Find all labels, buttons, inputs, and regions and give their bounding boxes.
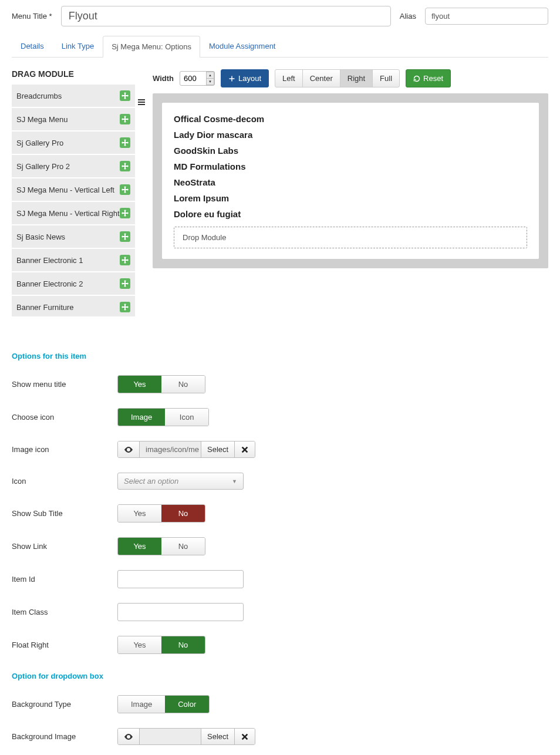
toggle-image[interactable]: Image bbox=[118, 696, 165, 713]
preview-line: Lady Dior mascara bbox=[174, 127, 527, 143]
item-id-label: Item Id bbox=[12, 575, 117, 584]
module-item[interactable]: SJ Mega Menu - Vertical Left bbox=[12, 178, 135, 202]
preview-line: MD Formulations bbox=[174, 159, 527, 174]
toggle-yes[interactable]: Yes bbox=[118, 376, 161, 393]
tab-link-type[interactable]: Link Type bbox=[53, 35, 103, 57]
module-item-label: Banner Electronic 2 bbox=[16, 279, 120, 288]
module-item[interactable]: SJ Mega Menu bbox=[12, 108, 135, 132]
width-spin-down[interactable]: ▼ bbox=[206, 78, 214, 85]
module-item-label: Banner Furniture bbox=[16, 303, 120, 312]
preview-line: Dolore eu fugiat bbox=[174, 206, 527, 222]
eye-icon bbox=[124, 447, 133, 453]
preview-eye-button[interactable] bbox=[118, 729, 140, 744]
toggle-no[interactable]: No bbox=[161, 636, 205, 653]
choose-icon-label: Choose icon bbox=[12, 413, 117, 422]
show-sub-title-toggle[interactable]: Yes No bbox=[117, 504, 205, 523]
toggle-yes[interactable]: Yes bbox=[118, 538, 161, 555]
image-path-display: images/icon/me bbox=[140, 441, 201, 457]
preview-eye-button[interactable] bbox=[118, 441, 140, 457]
bg-image-label: Background Image bbox=[12, 732, 117, 741]
preview-box: Offical Cosme-decomLady Dior mascaraGood… bbox=[153, 93, 548, 268]
show-sub-title-label: Show Sub Title bbox=[12, 509, 117, 518]
module-item[interactable]: Banner Electronic 2 bbox=[12, 272, 135, 296]
menu-title-label: Menu Title * bbox=[12, 12, 52, 21]
toggle-color[interactable]: Color bbox=[165, 696, 209, 713]
clear-image-button[interactable] bbox=[235, 441, 255, 457]
icon-select[interactable]: Select an option ▼ bbox=[117, 473, 244, 490]
move-icon[interactable] bbox=[120, 137, 130, 148]
show-menu-title-label: Show menu title bbox=[12, 380, 117, 389]
hamburger-icon[interactable] bbox=[138, 99, 145, 105]
move-icon[interactable] bbox=[120, 161, 130, 171]
layout-button[interactable]: Layout bbox=[221, 69, 269, 87]
move-icon[interactable] bbox=[120, 208, 130, 218]
move-icon[interactable] bbox=[120, 184, 130, 195]
toggle-no[interactable]: No bbox=[161, 376, 205, 393]
tabs: Details Link Type Sj Mega Menu: Options … bbox=[12, 35, 548, 58]
toggle-no[interactable]: No bbox=[161, 538, 205, 555]
item-class-input[interactable] bbox=[117, 603, 244, 621]
drop-zone[interactable]: Drop Module bbox=[174, 227, 527, 248]
toggle-yes[interactable]: Yes bbox=[118, 636, 161, 653]
select-image-button[interactable]: Select bbox=[201, 441, 235, 457]
toggle-yes[interactable]: Yes bbox=[118, 505, 161, 522]
close-icon bbox=[241, 446, 249, 454]
module-item[interactable]: Banner Furniture bbox=[12, 296, 135, 316]
move-icon[interactable] bbox=[120, 278, 130, 289]
module-item-label: Sj Gallery Pro bbox=[16, 139, 120, 147]
show-menu-title-toggle[interactable]: Yes No bbox=[117, 375, 205, 393]
tab-options[interactable]: Sj Mega Menu: Options bbox=[103, 36, 200, 58]
tab-module-assignment[interactable]: Module Assignment bbox=[200, 35, 284, 57]
show-link-toggle[interactable]: Yes No bbox=[117, 537, 205, 555]
move-icon[interactable] bbox=[120, 114, 130, 124]
image-icon-group: images/icon/me Select bbox=[117, 441, 255, 458]
select-bg-image-button[interactable]: Select bbox=[201, 729, 235, 744]
close-icon bbox=[241, 733, 249, 741]
move-icon[interactable] bbox=[120, 90, 130, 101]
tab-details[interactable]: Details bbox=[12, 35, 53, 57]
move-icon[interactable] bbox=[120, 255, 130, 265]
module-list[interactable]: BreadcrumbsSJ Mega MenuSj Gallery ProSj … bbox=[12, 85, 135, 316]
module-item-label: Sj Basic News bbox=[16, 232, 120, 241]
module-item[interactable]: Breadcrumbs bbox=[12, 85, 135, 108]
icon-label: Icon bbox=[12, 477, 117, 486]
align-right[interactable]: Right bbox=[340, 69, 373, 87]
menu-title-input[interactable] bbox=[61, 6, 391, 26]
item-id-input[interactable] bbox=[117, 570, 244, 588]
float-right-toggle[interactable]: Yes No bbox=[117, 636, 205, 654]
move-icon[interactable] bbox=[120, 231, 130, 242]
alias-label: Alias bbox=[400, 12, 416, 21]
bg-type-toggle[interactable]: Image Color bbox=[117, 695, 210, 713]
toggle-no[interactable]: No bbox=[161, 505, 205, 522]
module-item[interactable]: SJ Mega Menu - Vertical Right bbox=[12, 202, 135, 225]
width-label: Width bbox=[153, 74, 174, 83]
refresh-icon bbox=[413, 75, 420, 82]
preview-line: Offical Cosme-decom bbox=[174, 111, 527, 127]
module-item[interactable]: Sj Gallery Pro 2 bbox=[12, 155, 135, 178]
preview-line: NeoStrata bbox=[174, 174, 527, 190]
item-class-label: Item Class bbox=[12, 608, 117, 616]
module-item-label: SJ Mega Menu - Vertical Right bbox=[16, 209, 120, 218]
toggle-image[interactable]: Image bbox=[118, 409, 165, 426]
align-center[interactable]: Center bbox=[302, 69, 340, 87]
module-item[interactable]: Sj Basic News bbox=[12, 225, 135, 249]
module-item[interactable]: Sj Gallery Pro bbox=[12, 132, 135, 155]
alias-input[interactable] bbox=[425, 8, 548, 25]
module-item-label: Sj Gallery Pro 2 bbox=[16, 162, 120, 171]
choose-icon-toggle[interactable]: Image Icon bbox=[117, 408, 209, 426]
bg-image-path-display bbox=[140, 729, 201, 744]
toggle-icon[interactable]: Icon bbox=[165, 409, 208, 426]
module-item[interactable]: Banner Electronic 1 bbox=[12, 249, 135, 272]
preview-line: Lorem Ipsum bbox=[174, 190, 527, 206]
reset-button[interactable]: Reset bbox=[406, 69, 451, 87]
align-full[interactable]: Full bbox=[372, 69, 400, 87]
plus-icon bbox=[228, 75, 235, 82]
module-item-label: Banner Electronic 1 bbox=[16, 256, 120, 265]
move-icon[interactable] bbox=[120, 302, 130, 312]
align-left[interactable]: Left bbox=[275, 69, 303, 87]
show-link-label: Show Link bbox=[12, 542, 117, 551]
module-item-label: Breadcrumbs bbox=[16, 92, 120, 100]
dropdown-section-title: Option for dropdown box bbox=[12, 672, 548, 680]
clear-bg-image-button[interactable] bbox=[235, 729, 255, 744]
bg-type-label: Background Type bbox=[12, 700, 117, 709]
